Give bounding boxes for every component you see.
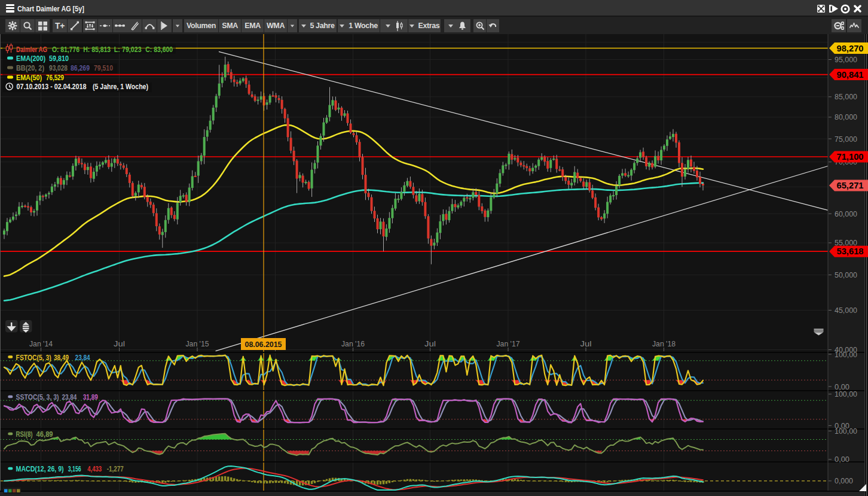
svg-text:Jan '17: Jan '17 bbox=[497, 339, 520, 348]
svg-text:100,00: 100,00 bbox=[835, 390, 857, 398]
svg-text:71,100: 71,100 bbox=[837, 152, 864, 162]
svg-text:MACD(12, 26, 9): MACD(12, 26, 9) bbox=[16, 465, 64, 473]
svg-text:98,270: 98,270 bbox=[837, 44, 864, 53]
svg-text:08.06.2015: 08.06.2015 bbox=[245, 340, 282, 349]
svg-text:EMA(200): EMA(200) bbox=[16, 54, 45, 63]
svg-text:46,89: 46,89 bbox=[36, 430, 53, 439]
svg-text:79,510: 79,510 bbox=[94, 64, 113, 72]
svg-text:95,000: 95,000 bbox=[835, 55, 857, 64]
svg-text:90,841: 90,841 bbox=[837, 70, 864, 80]
svg-text:Jul: Jul bbox=[580, 339, 592, 348]
svg-text:45,000: 45,000 bbox=[835, 306, 857, 315]
svg-text:RSI(8): RSI(8) bbox=[16, 430, 33, 439]
svg-text:L: 79,023: L: 79,023 bbox=[114, 45, 142, 54]
svg-text:SSTOC(5, 3, 3): SSTOC(5, 3, 3) bbox=[16, 393, 59, 401]
svg-text:0,00: 0,00 bbox=[835, 455, 849, 464]
svg-text:4,433: 4,433 bbox=[87, 465, 102, 473]
svg-text:80,000: 80,000 bbox=[835, 112, 857, 121]
svg-text:C: 83,600: C: 83,600 bbox=[145, 45, 173, 54]
svg-text:65,271: 65,271 bbox=[837, 181, 864, 190]
svg-text:76,529: 76,529 bbox=[46, 74, 64, 82]
svg-text:BB(20, 2): BB(20, 2) bbox=[16, 64, 44, 72]
svg-text:93,028: 93,028 bbox=[49, 64, 68, 72]
svg-text:38,49: 38,49 bbox=[54, 354, 69, 362]
svg-text:53,618: 53,618 bbox=[837, 247, 864, 256]
svg-text:Jan '18: Jan '18 bbox=[652, 339, 676, 348]
svg-text:Jan '16: Jan '16 bbox=[341, 339, 365, 348]
svg-text:Jul: Jul bbox=[114, 339, 125, 348]
svg-text:EMA(50): EMA(50) bbox=[16, 74, 42, 82]
svg-text:O: 81,776: O: 81,776 bbox=[52, 45, 80, 54]
svg-text:Jan '15: Jan '15 bbox=[186, 339, 209, 348]
svg-text:FSTOC(5, 3): FSTOC(5, 3) bbox=[16, 354, 51, 362]
svg-text:31,89: 31,89 bbox=[83, 393, 98, 401]
svg-text:50,000: 50,000 bbox=[835, 270, 857, 279]
svg-text:Jan '14: Jan '14 bbox=[29, 339, 53, 348]
svg-text:07.10.2013 - 02.04.2018: 07.10.2013 - 02.04.2018 bbox=[17, 83, 87, 91]
svg-text:Jul: Jul bbox=[424, 339, 436, 348]
svg-text:23,84: 23,84 bbox=[62, 393, 77, 401]
svg-text:85,000: 85,000 bbox=[835, 92, 857, 101]
svg-text:86,269: 86,269 bbox=[71, 64, 90, 72]
svg-text:59,810: 59,810 bbox=[49, 54, 69, 63]
svg-text:60,000: 60,000 bbox=[835, 209, 857, 218]
svg-text:H: 85,813: H: 85,813 bbox=[83, 45, 111, 54]
svg-text:Daimler AG: Daimler AG bbox=[16, 45, 47, 54]
svg-text:100,00: 100,00 bbox=[835, 427, 857, 436]
svg-text:(5 Jahre, 1 Woche): (5 Jahre, 1 Woche) bbox=[93, 83, 148, 91]
svg-text:3,156: 3,156 bbox=[68, 465, 81, 473]
svg-text:0,000: 0,000 bbox=[835, 476, 853, 485]
svg-text:23,84: 23,84 bbox=[75, 354, 90, 362]
svg-text:75,000: 75,000 bbox=[835, 135, 857, 144]
svg-text:-1,277: -1,277 bbox=[107, 465, 124, 473]
svg-text:100,00: 100,00 bbox=[835, 350, 857, 359]
